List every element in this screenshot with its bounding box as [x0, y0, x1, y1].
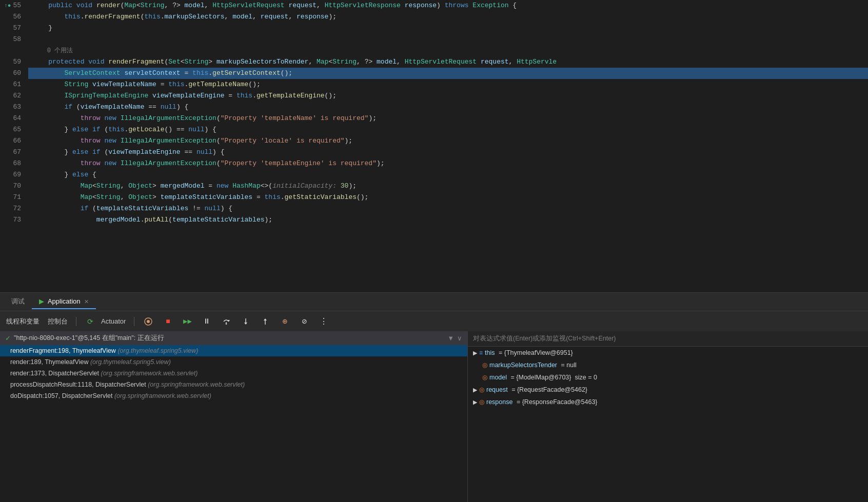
toolbar-sep-2 — [134, 317, 134, 326]
var-icon-model: ◎ — [482, 374, 487, 381]
variables-panel: 对表达式求值(Enter)或添加监视(Ctrl+Shift+Enter) ▶ ≡… — [468, 331, 868, 502]
svg-marker-6 — [244, 323, 247, 325]
svg-point-1 — [147, 320, 150, 323]
var-name-markup: markupSelectorsTender — [489, 362, 557, 369]
pause-icon[interactable]: ⏸ — [201, 316, 212, 327]
code-line-61: String viewTemplateName = this.getTempla… — [28, 79, 868, 90]
threads-vars-label[interactable]: 线程和变量 — [6, 317, 40, 326]
svg-marker-4 — [225, 324, 227, 325]
stack-method-2: render:1373, DispatcherServlet — [10, 370, 101, 377]
step-out-icon[interactable] — [260, 316, 271, 327]
rerun-icon[interactable]: ⟳ — [85, 316, 96, 327]
debug-toolbar: 线程和变量 控制台 ⟳ Actuator ■ ▶▶ ⏸ ⊕ ⊘ ⋮ — [0, 311, 868, 331]
active-thread-item[interactable]: ✓ "http-nio-8080-exec-1"@5,145 在组"main":… — [0, 331, 467, 345]
console-label[interactable]: 控制台 — [48, 317, 68, 326]
code-line-69: } else { — [28, 169, 868, 180]
expand-response-icon[interactable]: ▶ — [473, 399, 477, 406]
stack-class-1: (org.thymeleaf.spring5.view) — [90, 358, 171, 366]
code-line-60: ServletContext servletContext = this.get… — [28, 68, 868, 79]
actuator-group: ⟳ Actuator — [85, 316, 126, 327]
add-watch-icon[interactable]: ⊕ — [279, 316, 290, 327]
tab-application[interactable]: ▶ Application ✕ — [32, 294, 96, 309]
var-item-request[interactable]: ▶ ◎ request = {RequestFacade@5462} — [468, 384, 868, 396]
var-icon-response: ◎ — [479, 398, 484, 406]
stack-method-0: renderFragment:198, ThymeleafView — [10, 347, 117, 354]
filter-icon[interactable]: ▼ — [447, 334, 454, 342]
code-line-62: ISpringTemplateEngine viewTemplateEngine… — [28, 90, 868, 102]
code-line-58 — [28, 34, 868, 45]
code-line-59: protected void renderFragment(Set<String… — [28, 56, 868, 68]
code-line-55: public void render(Map<String, ?> model,… — [28, 0, 868, 11]
var-name-this: this — [485, 349, 495, 356]
toolbar-sep-1 — [76, 317, 76, 326]
code-editor: ↑●55 56 57 58 59 60 61 62 63 64 65 66 67… — [0, 0, 868, 292]
var-icon-markup: ◎ — [482, 362, 487, 369]
debug-tabs-bar: 调试 ▶ Application ✕ — [0, 292, 868, 311]
stack-frame-4[interactable]: doDispatch:1057, DispatcherServlet (org.… — [0, 390, 467, 401]
code-line-72: if (templateStaticVariables != null) { — [28, 203, 868, 214]
clear-icon[interactable]: ⊘ — [299, 316, 310, 327]
var-name-response: response — [486, 398, 512, 406]
code-line-70: Map<String, Object> mergedModel = new Ha… — [28, 180, 868, 192]
stop-icon[interactable]: ■ — [162, 316, 173, 327]
more-options-icon[interactable]: ⋮ — [318, 316, 329, 327]
stack-class-4: (org.springframework.web.servlet) — [114, 392, 211, 399]
thread-check-icon: ✓ — [5, 334, 11, 342]
line-icon-55: ↑● — [4, 0, 11, 11]
var-name-request: request — [486, 386, 508, 393]
app-run-icon: ▶ — [39, 297, 44, 305]
step-over-icon[interactable] — [221, 316, 232, 327]
toolbar-console: 控制台 — [48, 317, 68, 326]
var-item-response[interactable]: ▶ ◎ response = {ResponseFacade@5463} — [468, 396, 868, 408]
stack-method-3: processDispatchResult:1118, DispatcherSe… — [10, 381, 148, 388]
eval-hint: 对表达式求值(Enter)或添加监视(Ctrl+Shift+Enter) — [468, 331, 868, 347]
var-icon-request: ◎ — [479, 386, 484, 393]
tab-close-btn[interactable]: ✕ — [84, 298, 89, 305]
actuator-label[interactable]: Actuator — [101, 317, 126, 325]
stack-class-0: (org.thymeleaf.spring5.view) — [117, 347, 198, 354]
toolbar-threads-vars: 线程和变量 — [6, 317, 40, 326]
debug-main-panels: ✓ "http-nio-8080-exec-1"@5,145 在组"main":… — [0, 331, 868, 502]
code-line-57: } — [28, 23, 868, 34]
code-line-63: if (viewTemplateName == null) { — [28, 102, 868, 113]
svg-marker-8 — [264, 318, 267, 320]
code-line-73: mergedModel.putAll(templateStaticVariabl… — [28, 214, 868, 226]
code-line-65: } else if (this.getLocale() == null) { — [28, 124, 868, 135]
var-item-markup[interactable]: ◎ markupSelectorsTender = null — [468, 359, 868, 371]
code-content: public void render(Map<String, ?> model,… — [28, 0, 868, 292]
var-item-model[interactable]: ◎ model = {ModelMap@6703} size = 0 — [468, 371, 868, 384]
line-numbers: ↑●55 56 57 58 59 60 61 62 63 64 65 66 67… — [0, 0, 28, 292]
usage-hint: 0 个用法 — [28, 45, 868, 56]
stack-frame-2[interactable]: render:1373, DispatcherServlet (org.spri… — [0, 368, 467, 379]
threads-panel: ✓ "http-nio-8080-exec-1"@5,145 在组"main":… — [0, 331, 468, 502]
expand-threads-icon[interactable]: ∨ — [457, 334, 462, 342]
expand-request-icon[interactable]: ▶ — [473, 387, 477, 393]
code-line-67: } else if (viewTemplateEngine == null) { — [28, 147, 868, 158]
stack-class-3: (org.springframework.web.servlet) — [148, 381, 245, 388]
var-icon-this: ≡ — [479, 349, 483, 356]
pause-program-icon[interactable] — [143, 316, 154, 327]
active-thread-label: "http-nio-8080-exec-1"@5,145 在组"main": 正… — [14, 334, 164, 343]
var-item-this[interactable]: ▶ ≡ this = {ThymeleafView@6951} — [468, 347, 868, 359]
code-line-66: throw new IllegalArgumentException("Prop… — [28, 135, 868, 147]
stack-frame-3[interactable]: processDispatchResult:1118, DispatcherSe… — [0, 379, 467, 390]
stack-frame-0[interactable]: renderFragment:198, ThymeleafView (org.t… — [0, 345, 467, 356]
stack-method-1: render:189, ThymeleafView — [10, 358, 90, 366]
stack-frame-1[interactable]: render:189, ThymeleafView (org.thymeleaf… — [0, 356, 467, 368]
code-line-56: this.renderFragment(this.markupSelectors… — [28, 11, 868, 23]
tab-debug[interactable]: 调试 — [4, 294, 32, 310]
resume-icon[interactable]: ▶▶ — [182, 316, 193, 327]
stack-method-4: doDispatch:1057, DispatcherServlet — [10, 392, 114, 399]
step-into-icon[interactable] — [240, 316, 251, 327]
code-line-68: throw new IllegalArgumentException("Prop… — [28, 158, 868, 169]
var-name-model: model — [489, 374, 507, 381]
expand-this-icon[interactable]: ▶ — [473, 350, 477, 356]
code-line-64: throw new IllegalArgumentException("Prop… — [28, 113, 868, 124]
code-line-71: Map<String, Object> templateStaticVariab… — [28, 192, 868, 203]
stack-class-2: (org.springframework.web.servlet) — [101, 370, 198, 377]
